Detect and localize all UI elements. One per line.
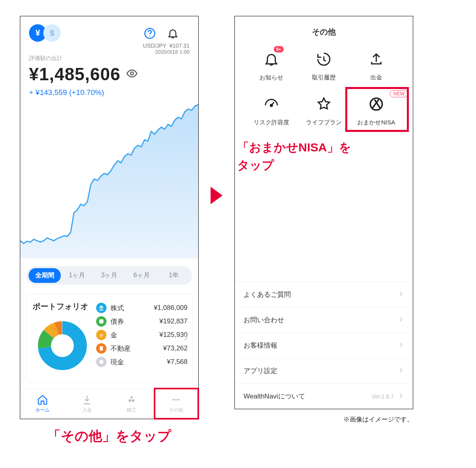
chevron-right-icon: [398, 367, 404, 375]
menu-icon: [367, 95, 385, 113]
portfolio-title: ポートフォリオ: [33, 301, 92, 312]
menu-ライフプラン[interactable]: ライフプラン: [298, 95, 350, 126]
list-item-よくあるご質問[interactable]: よくあるご質問: [235, 282, 413, 307]
balance-label: 評価額の合計: [29, 55, 190, 62]
gain-value: + ¥143,559 (+10.70%): [29, 88, 190, 97]
portfolio-card[interactable]: ポートフォリオ 株式¥1,086,009債券¥192,837金¥125,930不…: [26, 294, 193, 383]
asset-icon: [96, 316, 106, 327]
list-item-お客様情報[interactable]: お客様情報: [235, 333, 413, 358]
menu-取引履歴[interactable]: 取引履歴: [298, 50, 350, 81]
svg-point-16: [175, 399, 177, 401]
tab-その他[interactable]: その他: [154, 389, 198, 419]
range-6ヶ月[interactable]: 6ヶ月: [126, 268, 158, 283]
menu-icon: [367, 50, 385, 68]
asset-icon: [96, 330, 106, 340]
list-item-label: よくあるご質問: [244, 290, 291, 299]
svg-point-1: [149, 35, 150, 37]
asset-row-株式: 株式¥1,086,009: [96, 301, 188, 315]
currency-usd-button[interactable]: $: [43, 24, 61, 42]
list-item-アプリ設定[interactable]: アプリ設定: [235, 358, 413, 383]
asset-value: ¥7,568: [167, 358, 188, 366]
list-item-label: アプリ設定: [244, 366, 277, 375]
tab-bar: ホーム入金積立その他: [20, 389, 198, 419]
asset-icon: [96, 303, 106, 313]
chevron-right-icon: [398, 291, 404, 298]
disclaimer: ※画像はイメージです。: [234, 416, 413, 424]
range-1年[interactable]: 1年: [158, 268, 190, 283]
asset-name: 債券: [110, 317, 134, 326]
svg-point-11: [99, 360, 104, 364]
svg-point-13: [129, 399, 132, 402]
svg-rect-10: [100, 346, 103, 351]
chevron-right-icon: [398, 393, 404, 400]
balance-chart[interactable]: [20, 103, 198, 258]
menu-label: ライフプラン: [306, 119, 342, 126]
menu-リスク許容度[interactable]: リスク許容度: [245, 95, 298, 126]
flow-arrow: [211, 16, 223, 204]
range-全期間[interactable]: 全期間: [29, 268, 61, 283]
toggle-visibility-icon[interactable]: [126, 68, 138, 81]
menu-label: リスク許容度: [253, 119, 289, 126]
chevron-right-icon: [398, 342, 404, 349]
menu-出金[interactable]: 出金: [350, 50, 402, 81]
asset-row-不動産: 不動産¥73,262: [96, 342, 188, 355]
menu-お知らせ[interactable]: お知らせ9+: [245, 50, 298, 81]
time-range-segmented[interactable]: 全期間1ヶ月3ヶ月6ヶ月1年: [27, 266, 192, 285]
menu-おまかせNISA[interactable]: おまかせNISANEW: [350, 95, 402, 126]
menu-label: 出金: [370, 74, 382, 81]
svg-point-8: [51, 335, 74, 357]
menu-label: おまかせNISA: [357, 119, 395, 126]
asset-name: 不動産: [110, 344, 134, 353]
chevron-right-icon: [181, 333, 190, 344]
help-icon[interactable]: [143, 27, 157, 40]
svg-point-17: [178, 399, 180, 401]
svg-point-14: [132, 399, 135, 402]
svg-point-19: [370, 98, 382, 110]
menu-icon: [315, 95, 333, 113]
home-screen: ¥ $ USD/JPY ¥107.3: [20, 16, 199, 419]
badge-count: 9+: [274, 46, 284, 52]
menu-label: 取引履歴: [312, 74, 336, 81]
menu-icon: [262, 95, 281, 113]
asset-name: 金: [110, 331, 134, 340]
menu-label: お知らせ: [259, 74, 283, 81]
svg-point-2: [130, 72, 134, 75]
range-1ヶ月[interactable]: 1ヶ月: [61, 268, 93, 283]
range-3ヶ月[interactable]: 3ヶ月: [93, 268, 125, 283]
caption-tap-nisa: 「おまかせNISA」をタップ: [235, 130, 413, 174]
menu-icon: [315, 50, 333, 68]
screen-title: その他: [235, 16, 413, 46]
chevron-right-icon: [398, 316, 404, 324]
list-item-label: お問い合わせ: [244, 315, 284, 325]
svg-point-12: [130, 396, 133, 398]
badge-new: NEW: [390, 90, 408, 97]
asset-row-現金: 現金¥7,568: [96, 355, 188, 369]
list-item-label: お客様情報: [244, 341, 277, 350]
balance-value: ¥1,485,606: [29, 64, 120, 84]
arrow-right-icon: [211, 187, 223, 204]
list-item-お問い合わせ[interactable]: お問い合わせ: [235, 307, 413, 333]
asset-icon: [96, 357, 106, 367]
asset-value: ¥1,086,009: [154, 304, 188, 312]
asset-row-債券: 債券¥192,837: [96, 315, 188, 328]
tab-積立[interactable]: 積立: [109, 389, 154, 419]
tab-ホーム[interactable]: ホーム: [20, 389, 65, 419]
other-screen: その他 お知らせ9+取引履歴出金リスク許容度ライフプランおまかせNISANEW …: [234, 16, 413, 409]
fx-rate: USD/JPY ¥107.31 2020/3/18 1:00: [143, 43, 190, 55]
svg-point-15: [172, 399, 174, 401]
asset-name: 株式: [110, 304, 134, 313]
tab-入金[interactable]: 入金: [65, 389, 109, 419]
currency-toggle[interactable]: ¥ $: [29, 24, 61, 42]
caption-tap-other: 「その他」をタップ: [20, 427, 199, 445]
asset-icon: [96, 343, 106, 354]
portfolio-donut: [33, 316, 92, 375]
menu-icon: [262, 50, 281, 68]
list-item-WealthNaviについて[interactable]: WealthNaviについてVer.1.8.7: [235, 383, 413, 409]
list-item-meta: Ver.1.8.7: [372, 393, 394, 400]
asset-value: ¥73,262: [163, 344, 188, 352]
asset-name: 現金: [110, 358, 134, 367]
svg-rect-9: [99, 319, 104, 324]
list-item-label: WealthNaviについて: [244, 392, 305, 401]
bell-icon[interactable]: [166, 27, 180, 40]
asset-value: ¥192,837: [159, 317, 188, 325]
